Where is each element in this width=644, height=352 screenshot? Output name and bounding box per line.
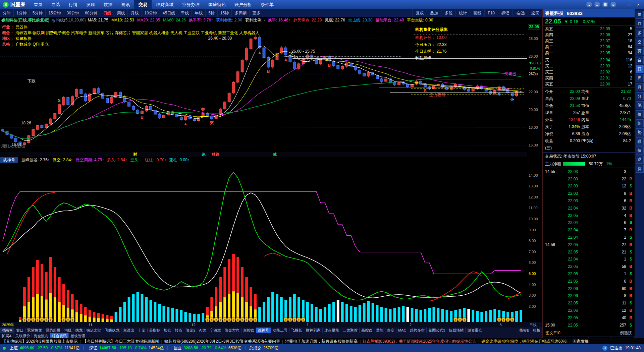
minimize-icon[interactable]: – <box>619 2 625 7</box>
strip-watchlist[interactable]: 自 <box>636 56 644 64</box>
bid-row[interactable]: 买一22.04116 <box>543 57 635 63</box>
toolbar-button[interactable]: -自选 <box>512 9 528 17</box>
strip-page[interactable]: 页 <box>636 47 644 55</box>
period-item[interactable]: 季线 <box>178 9 192 17</box>
indicator-tab[interactable]: 资金2 <box>184 328 197 333</box>
indicator-tab[interactable]: 飞蝶妖龙 <box>103 328 121 333</box>
menu-item[interactable]: 自选 <box>47 0 64 9</box>
period-item[interactable]: 月线 <box>128 9 142 17</box>
quote-stock-header[interactable]: 睿能科技 603933 <box>543 9 635 17</box>
indicator-tab[interactable]: 短线情绪 <box>447 328 466 333</box>
strip-detail[interactable]: 细 <box>636 119 644 127</box>
indicator-tab[interactable]: 镇店之宝 <box>85 328 103 333</box>
main-candlestick-chart[interactable]: 26.40 - 28.3826.00 - 25.75机构量化评分系统机构评分： … <box>0 23 527 152</box>
menu-item[interactable]: 业务办理 <box>178 0 204 9</box>
ask-row[interactable]: 卖五22.095 <box>543 26 635 32</box>
index-name[interactable]: 深证 <box>89 345 97 351</box>
period-item[interactable]: 分时 <box>0 9 14 17</box>
period-item[interactable]: 日线 <box>100 9 114 17</box>
period-item[interactable]: 年线 <box>192 9 206 17</box>
strip-funds[interactable]: 资 <box>636 165 644 173</box>
indicator-tab[interactable]: 主控盘 <box>241 328 256 333</box>
side-link[interactable]: 例选技 <box>620 329 632 337</box>
menu-item[interactable]: 首页 <box>30 0 47 9</box>
menu-item[interactable]: 理财商城 <box>152 0 178 9</box>
toolbar-button[interactable]: 叠加 <box>427 9 441 17</box>
indicator-tab[interactable]: 双紫擒龙 <box>25 328 44 333</box>
menu-item[interactable]: 发现 <box>82 0 99 9</box>
f10-link[interactable]: 图文F10 <box>545 329 560 337</box>
indicator-tab[interactable]: 战神号 <box>256 328 271 333</box>
news-item[interactable]: 消费电子加速升级，新兴设备股价创新高 <box>285 339 358 344</box>
menu-item[interactable]: 数据 <box>99 0 117 9</box>
strip-long[interactable]: 多 <box>636 29 644 37</box>
bid-row[interactable]: 买二22.0312 <box>543 63 635 69</box>
indicator-tab[interactable]: 三龙聚首 <box>341 328 360 333</box>
news-item[interactable]: 国家发展 <box>573 339 589 344</box>
tick-view-tab[interactable]: 价 <box>554 337 566 338</box>
indicator-tab[interactable]: 加仓 <box>162 328 173 333</box>
tick-view-tab[interactable]: 资 <box>623 337 635 338</box>
indicator-tab[interactable]: 均线 <box>62 328 73 333</box>
menu-item[interactable]: 国盛特色 <box>204 0 230 9</box>
tick-view-tab[interactable]: 值 <box>600 337 611 338</box>
period-item[interactable]: 45日线 <box>160 9 178 17</box>
bid-row[interactable]: 买四22.012 <box>543 75 635 81</box>
indicator-tab[interactable]: 量能 <box>374 328 385 333</box>
period-item[interactable]: 多周期 <box>232 9 250 17</box>
indicator-tab[interactable]: 游资重仓 <box>466 328 484 333</box>
app-logo[interactable]: S 国盛睿 <box>0 1 30 8</box>
news-item[interactable]: 铜金比率破40年箱位，铜价潜在升幅或可达60%! <box>481 339 568 344</box>
tick-view-tab[interactable]: 细 <box>566 337 577 338</box>
period-item[interactable]: 5分钟 <box>30 9 46 17</box>
indicator-tab[interactable]: 擒龙 <box>73 328 85 333</box>
indicator-chart[interactable]: ¥¥¥¥¥¥¥¥¥¥¥¥¥¥¥¥¥¥¥¥¥¥¥¥¥¥¥¥¥¥¥¥¥¥ <box>0 163 527 322</box>
indicator-tab[interactable]: 宁波敢 <box>208 328 223 333</box>
menu-icon[interactable]: ≡ <box>594 2 600 7</box>
strip-link[interactable]: 联 <box>636 137 644 145</box>
apps-icon[interactable]: ⊞ <box>602 2 608 7</box>
period-item[interactable]: 5秒 <box>206 9 218 17</box>
period-item[interactable]: 1分钟 <box>14 9 30 17</box>
strip-reverse[interactable]: 逆 <box>636 156 644 164</box>
period-item[interactable]: 更多 <box>250 9 263 17</box>
indicator-tab[interactable]: 强势起爆 <box>44 328 62 333</box>
tick-view-tab[interactable]: 笔 <box>543 337 554 338</box>
indicator-tab[interactable]: 财神到家 <box>304 328 323 333</box>
news-item[interactable]: 【其他提示】2026年3月限售股份上市提示 <box>2 339 77 344</box>
strip-minute[interactable]: 分 <box>636 92 644 100</box>
period-item[interactable]: 周线 <box>114 9 128 17</box>
strip-weekly[interactable]: 周 <box>636 74 644 82</box>
index-name[interactable]: 上证 <box>10 345 18 351</box>
settings-icon[interactable]: ¤ <box>610 2 616 7</box>
toolbar-button[interactable]: 统计 <box>455 9 470 17</box>
news-item[interactable]: 【今日特别提示】今日三大证券报标题新闻 <box>83 339 159 344</box>
indicator-tab[interactable]: 动能二号 <box>271 328 289 333</box>
period-item[interactable]: 30分钟 <box>64 9 82 17</box>
indicator-name-tab[interactable]: 战神号 <box>0 157 18 163</box>
indicator-tab[interactable]: 窗口 <box>14 328 25 333</box>
layout-list-icon[interactable]: ⊟ <box>636 20 644 28</box>
strip-monthly[interactable]: 月 <box>636 83 644 91</box>
menu-item[interactable]: 交易 <box>134 0 152 9</box>
strip-value[interactable]: 值 <box>636 146 644 155</box>
tick-view-tab[interactable]: 势 <box>577 337 589 338</box>
indicator-tab[interactable]: 多空 <box>385 328 396 333</box>
layout-grid-icon[interactable]: ⊞ <box>636 11 644 19</box>
toolbar-button[interactable]: 多股 <box>441 9 455 17</box>
menu-item[interactable]: 资讯 <box>117 0 134 9</box>
toolbar-button[interactable]: 标记 <box>498 9 512 17</box>
menu-item[interactable]: 条件单 <box>256 0 278 9</box>
toolbar-button[interactable]: 复权 <box>412 9 427 17</box>
close-icon[interactable]: × <box>635 2 641 7</box>
indicator-tab[interactable]: 主进出 <box>121 328 136 333</box>
indicator-tab[interactable]: 模板 <box>531 328 542 333</box>
indicator-tab[interactable]: 副图公式3 <box>427 328 447 333</box>
indicator-tab[interactable]: 指标B <box>518 328 531 333</box>
toolbar-button[interactable]: 返回 <box>528 9 542 17</box>
ma-settings-icon[interactable]: ◎ <box>51 18 55 23</box>
period-item[interactable]: 15秒 <box>218 9 232 17</box>
strip-daily[interactable]: 日 <box>636 65 644 73</box>
indicator-tab[interactable]: 资金方向 <box>223 328 241 333</box>
indicator-tab[interactable]: 转点 <box>173 328 184 333</box>
